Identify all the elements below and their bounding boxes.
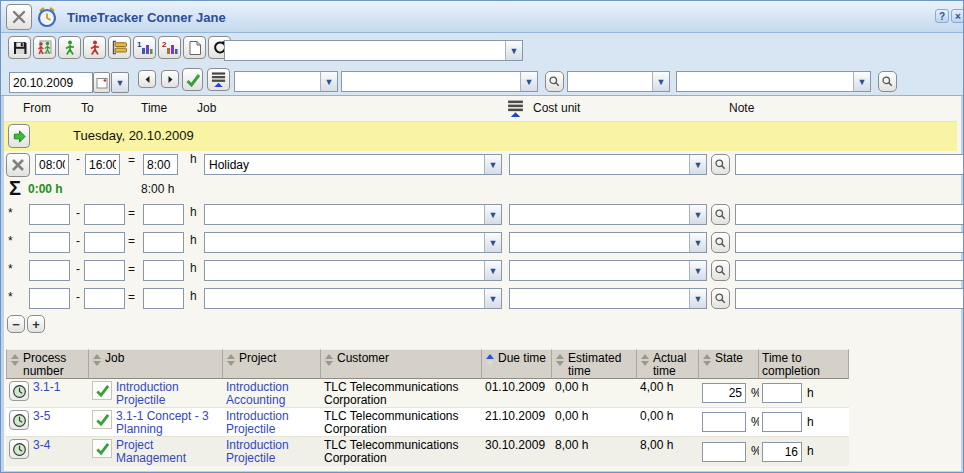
previous-day-button[interactable] xyxy=(138,70,156,88)
track-process-button[interactable] xyxy=(9,439,29,459)
new-to-input-2[interactable] xyxy=(84,260,125,281)
entry-job-combo[interactable]: Holiday ▼ xyxy=(204,154,502,175)
new-cost-unit-search-button-0[interactable] xyxy=(711,204,730,225)
note-search-button[interactable] xyxy=(878,71,897,92)
window-close-button[interactable] xyxy=(6,4,32,30)
new-time-input-0[interactable] xyxy=(143,204,184,225)
new-time-input-1[interactable] xyxy=(143,232,184,253)
project-search-button[interactable] xyxy=(545,71,564,92)
sign-in-user-button[interactable] xyxy=(58,36,81,59)
header-due-time[interactable]: Due time xyxy=(482,349,552,379)
new-job-combo-0[interactable]: ▼ xyxy=(204,204,502,225)
add-row-button[interactable]: + xyxy=(27,315,45,333)
chevron-down-icon: ▼ xyxy=(320,72,337,91)
new-cost-unit-search-button-2[interactable] xyxy=(711,260,730,281)
report-1-button[interactable]: 1 xyxy=(133,36,156,59)
new-cost-unit-combo-0[interactable]: ▼ xyxy=(509,204,707,225)
hour-unit-label: h xyxy=(190,152,197,166)
new-time-input-3[interactable] xyxy=(143,288,184,309)
entry-from-input[interactable] xyxy=(35,154,69,175)
track-process-button[interactable] xyxy=(9,410,29,430)
project-filter-combo[interactable]: ▼ xyxy=(341,71,538,92)
calendar-button[interactable] xyxy=(93,72,110,93)
date-input[interactable] xyxy=(9,72,93,93)
project-link[interactable]: Introduction Accounting xyxy=(226,380,289,407)
new-cost-unit-combo-1[interactable]: ▼ xyxy=(509,232,707,253)
process-number-link[interactable]: 3-5 xyxy=(33,410,50,423)
entry-cost-unit-combo[interactable]: ▼ xyxy=(509,154,707,175)
state-input[interactable] xyxy=(702,412,746,432)
header-job[interactable]: Job xyxy=(89,349,223,379)
sort-bars-icon[interactable] xyxy=(506,99,525,118)
job-filter-combo[interactable]: ▼ xyxy=(234,71,338,92)
header-estimated-time[interactable]: Estimated time xyxy=(552,349,637,379)
delete-x-icon xyxy=(10,157,26,173)
new-from-input-2[interactable] xyxy=(29,260,70,281)
track-process-button[interactable] xyxy=(9,381,29,401)
new-document-button[interactable] xyxy=(183,36,206,59)
job-link[interactable]: 3.1-1 Concept - 3 Planning xyxy=(116,410,220,436)
new-cost-unit-search-button-1[interactable] xyxy=(711,232,730,253)
new-from-input-1[interactable] xyxy=(29,232,70,253)
new-note-input-2[interactable] xyxy=(735,260,964,281)
new-time-input-2[interactable] xyxy=(143,260,184,281)
minus-icon: − xyxy=(12,317,20,332)
new-cost-unit-search-button-3[interactable] xyxy=(711,288,730,309)
entry-note-input[interactable] xyxy=(735,154,964,175)
job-link[interactable]: Introduction Projectile xyxy=(116,381,220,407)
start-tracking-button[interactable] xyxy=(8,124,30,148)
state-input[interactable] xyxy=(702,383,746,403)
help-button[interactable]: ? xyxy=(935,9,949,23)
job-link[interactable]: Project Management xyxy=(116,439,220,465)
completion-input[interactable] xyxy=(762,383,802,403)
header-customer[interactable]: Customer xyxy=(321,349,482,379)
switch-user-button[interactable] xyxy=(33,36,56,59)
remove-row-button[interactable]: − xyxy=(7,315,25,333)
new-to-input-0[interactable] xyxy=(84,204,125,225)
header-process-number[interactable]: Process number xyxy=(6,349,89,379)
delete-entry-button[interactable] xyxy=(6,153,30,177)
state-input[interactable] xyxy=(702,442,746,462)
quick-task-combo[interactable]: ▼ xyxy=(224,40,523,61)
header-state[interactable]: State xyxy=(699,349,759,379)
sort-entries-button[interactable] xyxy=(207,68,230,91)
header-actual-time[interactable]: Actual time xyxy=(637,349,699,379)
new-note-input-3[interactable] xyxy=(735,288,964,309)
entry-time-input[interactable] xyxy=(143,154,178,175)
save-button[interactable] xyxy=(8,36,31,59)
new-job-combo-1[interactable]: ▼ xyxy=(204,232,502,253)
date-dropdown-button[interactable]: ▼ xyxy=(111,72,129,93)
new-cost-unit-combo-3[interactable]: ▼ xyxy=(509,288,707,309)
process-number-link[interactable]: 3.1-1 xyxy=(33,381,60,394)
new-job-combo-3[interactable]: ▼ xyxy=(204,288,502,309)
entry-to-input[interactable] xyxy=(85,154,120,175)
completion-input[interactable] xyxy=(762,412,802,432)
project-link[interactable]: Introduction Projectile xyxy=(226,409,289,436)
header-time-to-completion[interactable]: Time to completion xyxy=(759,349,849,379)
new-to-input-3[interactable] xyxy=(84,288,125,309)
percent-label: % xyxy=(751,387,759,400)
sign-out-user-button[interactable] xyxy=(83,36,106,59)
hour-unit-label: h xyxy=(190,261,197,275)
process-number-link[interactable]: 3-4 xyxy=(33,439,50,452)
new-from-input-3[interactable] xyxy=(29,288,70,309)
project-link[interactable]: Introduction Projectile xyxy=(226,438,289,465)
cost-unit-filter-combo[interactable]: ▼ xyxy=(567,71,670,92)
entry-cost-unit-search-button[interactable] xyxy=(711,154,730,175)
new-cost-unit-combo-2[interactable]: ▼ xyxy=(509,260,707,281)
titlebar-close-button[interactable]: × xyxy=(951,9,964,23)
report-2-button[interactable]: 2 xyxy=(158,36,181,59)
new-job-combo-2[interactable]: ▼ xyxy=(204,260,502,281)
next-day-button[interactable] xyxy=(161,70,179,88)
new-to-input-1[interactable] xyxy=(84,232,125,253)
walking-person-red-icon xyxy=(87,40,103,56)
completion-input[interactable] xyxy=(762,442,802,462)
note-filter-combo[interactable]: ▼ xyxy=(676,71,871,92)
apply-date-button[interactable] xyxy=(182,68,203,91)
header-project[interactable]: Project xyxy=(223,349,321,379)
timetracker-window: TimeTracker Conner Jane ? × xyxy=(0,0,964,473)
edit-list-button[interactable] xyxy=(108,36,131,59)
new-note-input-1[interactable] xyxy=(735,232,964,253)
new-note-input-0[interactable] xyxy=(735,204,964,225)
new-from-input-0[interactable] xyxy=(29,204,70,225)
